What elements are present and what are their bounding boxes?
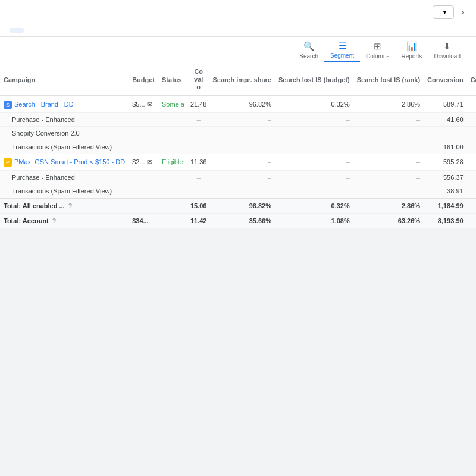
columns-toolbar-icon: ⊞ xyxy=(374,41,381,52)
table-row: Purchase - Enhanced – – – – 556.37 – – 3… xyxy=(0,170,476,184)
conv-val-cell: – xyxy=(188,112,209,126)
toolbar: 🔍 Search ☰ Segment ⊞ Columns 📊 Reports ⬇… xyxy=(0,37,476,64)
sub-campaign-name-cell: Transactions (Spam Filtered View) xyxy=(0,140,129,154)
conversion-cell: 161.00 xyxy=(424,140,467,154)
search-impr-share-cell: – xyxy=(209,170,274,184)
sub-campaign-name-cell: Purchase - Enhanced xyxy=(0,112,129,126)
conversion-cell: 556.37 xyxy=(424,170,467,184)
campaign-link[interactable]: PMax: GSN Smart - Prod < $150 - DD xyxy=(14,158,125,166)
ta-status xyxy=(158,213,188,228)
col-search-lost-rank[interactable]: Search lost IS (rank) xyxy=(353,64,424,96)
toolbar-reports[interactable]: 📊 Reports xyxy=(396,39,428,62)
download-toolbar-icon: ⬇ xyxy=(443,41,451,52)
toolbar-columns[interactable]: ⊞ Columns xyxy=(360,39,395,62)
conversion-cell: 589.71 xyxy=(424,96,467,113)
total-account-row: Total: Account ? $34... 11.42 35.66% 1.0… xyxy=(0,213,476,228)
sub-campaign-name-cell: Shopify Conversion 2.0 xyxy=(0,126,129,140)
status-cell: Eligible xyxy=(158,154,188,170)
col-conversion[interactable]: Conversion xyxy=(424,64,467,96)
col-campaign: Campaign xyxy=(0,64,129,96)
conv-rate-cell: 1.11% xyxy=(467,154,476,170)
total-account-label: Total: Account ? xyxy=(0,213,129,228)
ta-conv-val: 11.42 xyxy=(188,213,209,228)
search-impr-share-cell: – xyxy=(209,184,274,198)
col-search-impr-share[interactable]: Search impr. share xyxy=(209,64,274,96)
conv-val-cell: – xyxy=(188,140,209,154)
table-header-row: Campaign Budget Status Covalo Search imp… xyxy=(0,64,476,96)
sub-campaign-name-cell: Purchase - Enhanced xyxy=(0,170,129,184)
table-row: P PMax: GSN Smart - Prod < $150 - DD $2.… xyxy=(0,154,476,170)
table-container: Campaign Budget Status Covalo Search imp… xyxy=(0,64,476,228)
te-budget xyxy=(129,198,158,214)
search-lost-budget-cell: – xyxy=(275,126,353,140)
help-icon[interactable]: ? xyxy=(68,202,73,209)
search-lost-budget-cell: – xyxy=(275,170,353,184)
search-impr-share-cell: – xyxy=(209,126,274,140)
col-conv-rate[interactable]: Conv. rate xyxy=(467,64,476,96)
conv-rate-cell: – xyxy=(467,126,476,140)
col-budget: Budget xyxy=(129,64,158,96)
dropdown-arrow-icon: ▼ xyxy=(441,9,447,15)
table-row: Transactions (Spam Filtered View) – – – … xyxy=(0,184,476,198)
sub-budget-cell xyxy=(129,140,158,154)
table-row: S Search - Brand - DD $5... ✉ Some a 21.… xyxy=(0,96,476,113)
search-impr-share-cell: – xyxy=(209,112,274,126)
bottom-section xyxy=(0,228,476,359)
search-toolbar-label: Search xyxy=(299,53,318,60)
conv-rate-cell: – xyxy=(467,140,476,154)
col-search-lost-budget[interactable]: Search lost IS (budget) xyxy=(275,64,353,96)
campaign-type-icon: P xyxy=(4,158,12,167)
ta-search-impr: 35.66% xyxy=(209,213,274,228)
search-lost-rank-cell: – xyxy=(353,154,424,170)
search-impr-share-cell: 96.82% xyxy=(209,96,274,113)
conv-val-cell: – xyxy=(188,170,209,184)
sub-budget-cell xyxy=(129,112,158,126)
account-help-icon[interactable]: ? xyxy=(52,217,57,224)
te-lost-budget: 0.32% xyxy=(275,198,353,214)
te-lost-rank: 2.86% xyxy=(353,198,424,214)
conv-val-cell: – xyxy=(188,126,209,140)
te-conv-val: 15.06 xyxy=(188,198,209,214)
conv-val-cell: 11.36 xyxy=(188,154,209,170)
conversion-cell: 41.60 xyxy=(424,112,467,126)
conv-rate-cell: 4.32% xyxy=(467,96,476,113)
te-conversion: 1,184.99 xyxy=(424,198,467,214)
sub-status-cell xyxy=(158,126,188,140)
search-lost-rank-cell: – xyxy=(353,170,424,184)
campaign-link[interactable]: Search - Brand - DD xyxy=(14,100,74,108)
conversion-cell: – xyxy=(424,126,467,140)
sub-budget-cell xyxy=(129,126,158,140)
campaigns-table: Campaign Budget Status Covalo Search imp… xyxy=(0,64,476,228)
date-controls: ▼ › xyxy=(428,5,466,19)
sub-budget-cell xyxy=(129,170,158,184)
reports-toolbar-icon: 📊 xyxy=(406,41,418,52)
search-lost-rank-cell: – xyxy=(353,184,424,198)
toolbar-search[interactable]: 🔍 Search xyxy=(293,39,324,62)
conv-rate-cell: – xyxy=(467,112,476,126)
campaign-name-cell: P PMax: GSN Smart - Prod < $150 - DD xyxy=(0,154,129,170)
search-impr-share-cell: – xyxy=(209,140,274,154)
campaign-status-filter[interactable] xyxy=(10,28,24,33)
table-row: Transactions (Spam Filtered View) – – – … xyxy=(0,140,476,154)
status-cell: Some a xyxy=(158,96,188,113)
conv-rate-cell: – xyxy=(467,184,476,198)
search-lost-rank-cell: – xyxy=(353,140,424,154)
budget-cell: $2... ✉ xyxy=(129,154,158,170)
budget-cell: $5... ✉ xyxy=(129,96,158,113)
te-search-impr: 96.82% xyxy=(209,198,274,214)
toolbar-segment[interactable]: ☰ Segment xyxy=(324,38,360,62)
sub-budget-cell xyxy=(129,184,158,198)
col-conv-val-o[interactable]: Covalo xyxy=(188,64,209,96)
download-toolbar-label: Download xyxy=(434,53,461,60)
toolbar-download[interactable]: ⬇ Download xyxy=(428,39,466,62)
sub-status-cell xyxy=(158,170,188,184)
search-toolbar-icon: 🔍 xyxy=(303,41,315,52)
date-range-button[interactable]: ▼ xyxy=(433,5,454,19)
search-lost-budget-cell: – xyxy=(275,140,353,154)
nav-forward-button[interactable]: › xyxy=(459,5,466,19)
sub-status-cell xyxy=(158,184,188,198)
total-enabled-label: Total: All enabled ... ? xyxy=(0,198,129,214)
conversion-cell: 595.28 xyxy=(424,154,467,170)
segment-toolbar-label: Segment xyxy=(330,52,354,59)
columns-toolbar-label: Columns xyxy=(366,53,389,60)
